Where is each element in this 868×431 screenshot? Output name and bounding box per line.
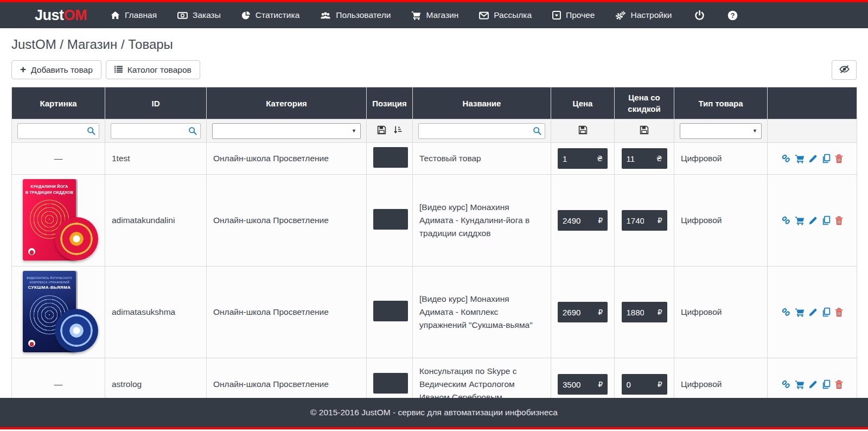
caret-square-down-icon: [552, 11, 561, 20]
trash-icon[interactable]: [835, 308, 843, 317]
nav-item-shop[interactable]: Магазин: [411, 10, 458, 20]
nav-item-mailing[interactable]: Рассылка: [479, 10, 532, 20]
logo-text-just: Just: [35, 7, 64, 23]
trash-icon[interactable]: [835, 216, 843, 225]
question-circle-icon[interactable]: ?: [727, 10, 738, 21]
nav-item-users[interactable]: Пользователи: [320, 10, 391, 20]
header-image: Картинка: [12, 87, 105, 119]
nav-item-label: Магазин: [426, 10, 458, 20]
position-input[interactable]: [373, 301, 408, 321]
pencil-icon[interactable]: [808, 380, 818, 389]
app-logo[interactable]: JustOM: [35, 7, 87, 24]
name-filter-input[interactable]: [418, 123, 545, 139]
nav-item-label: Рассылка: [494, 10, 532, 20]
money-icon: [177, 11, 188, 20]
plus-icon: +: [20, 64, 26, 74]
discount-price-input[interactable]: 1740₽: [622, 210, 667, 231]
discount-value: 1740: [627, 216, 644, 225]
id-filter-input[interactable]: [111, 123, 201, 139]
nav-item-home[interactable]: Главная: [111, 10, 157, 20]
pencil-icon[interactable]: [808, 154, 818, 163]
price-value: 2490: [563, 216, 589, 225]
cell-image: —: [12, 143, 105, 175]
add-product-label: Добавить товар: [31, 65, 93, 75]
price-input[interactable]: 1₴: [558, 148, 608, 169]
table-header-row: Картинка ID Категория Позиция Название Ц…: [12, 87, 857, 119]
discount-price-input[interactable]: 0₽: [622, 374, 667, 395]
cell-type: Цифровой: [674, 143, 768, 175]
copy-icon[interactable]: [821, 379, 831, 389]
link-icon[interactable]: [781, 379, 791, 389]
cell-name: [Видео курс] Монахиня Адимата - Кундалин…: [413, 175, 551, 267]
toggle-columns-button[interactable]: [832, 60, 857, 80]
add-product-button[interactable]: + Добавить товар: [11, 60, 101, 79]
eye-slash-icon: [839, 65, 850, 76]
trash-icon[interactable]: [835, 154, 843, 163]
cart-icon[interactable]: [795, 154, 805, 163]
discount-price-input[interactable]: 1880₽: [622, 302, 667, 322]
discount-value: 11: [627, 154, 644, 163]
catalog-label: Католог товаров: [127, 65, 192, 75]
nav-icon-buttons: ?: [694, 10, 738, 21]
power-icon[interactable]: [694, 10, 705, 21]
trash-icon[interactable]: [835, 380, 843, 389]
catalog-button[interactable]: Католог товаров: [106, 60, 200, 79]
save-icon[interactable]: [377, 125, 386, 137]
price-input[interactable]: 3500₽: [558, 374, 608, 395]
footer: © 2015-2016 JustOM - сервис для автомати…: [0, 398, 868, 431]
type-filter-select[interactable]: [680, 123, 762, 139]
copy-icon[interactable]: [821, 216, 831, 225]
currency-symbol: ₴: [656, 154, 662, 163]
position-input[interactable]: [373, 373, 408, 394]
cell-category: Онлайн-школа Просветление: [207, 143, 367, 175]
discount-price-input[interactable]: 11₴: [622, 148, 667, 169]
nav-item-stats[interactable]: Статистика: [241, 10, 299, 20]
header-name: Название: [413, 87, 551, 119]
link-icon[interactable]: [781, 307, 791, 317]
home-icon: [111, 11, 120, 20]
currency-symbol: ₽: [598, 380, 603, 389]
name-filter: [418, 123, 545, 139]
currency-symbol: ₽: [658, 308, 662, 316]
cell-id: astrolog: [105, 358, 207, 398]
logo-text-om: OM: [64, 7, 87, 23]
cart-icon[interactable]: [795, 380, 805, 389]
cell-image: —: [12, 358, 105, 398]
price-input[interactable]: 2690₽: [558, 302, 608, 322]
page: JustOM Главная Заказы Статистика Пользов…: [0, 0, 868, 431]
category-filter-select[interactable]: [212, 123, 361, 139]
copyright-text: © 2015-2016 JustOM - сервис для автомати…: [310, 408, 558, 417]
toolbar: + Добавить товар Католог товаров: [11, 60, 857, 80]
nav-item-label: Главная: [125, 10, 157, 20]
currency-symbol: ₽: [598, 308, 603, 316]
nav-item-label: Пользователи: [336, 10, 391, 20]
pie-chart-icon: [241, 11, 251, 20]
filter-row: [12, 119, 857, 143]
price-input[interactable]: 2490₽: [558, 210, 608, 231]
position-input[interactable]: [373, 147, 408, 168]
copy-icon[interactable]: [821, 307, 831, 317]
nav-item-orders[interactable]: Заказы: [177, 10, 221, 20]
nav-item-settings[interactable]: Настройки: [615, 10, 672, 20]
brand-mark: [28, 248, 35, 255]
pencil-icon[interactable]: [808, 216, 818, 225]
nav-item-other[interactable]: Прочее: [552, 10, 595, 20]
cell-name: [Видео курс] Монахиня Адимата - Комплекс…: [413, 267, 551, 358]
header-type: Тип товара: [674, 87, 768, 119]
cell-type: Цифровой: [674, 358, 768, 398]
cell-name: Консультация по Skype с Ведическим Астро…: [413, 358, 551, 398]
link-icon[interactable]: [781, 154, 791, 163]
currency-symbol: ₴: [597, 154, 603, 163]
copy-icon[interactable]: [821, 154, 831, 163]
sort-amount-icon[interactable]: [394, 125, 403, 136]
position-input[interactable]: [373, 209, 408, 230]
save-icon[interactable]: [578, 127, 588, 136]
cart-icon[interactable]: [795, 308, 805, 317]
link-icon[interactable]: [781, 216, 791, 225]
save-icon[interactable]: [640, 127, 649, 136]
cart-icon[interactable]: [795, 216, 805, 225]
image-filter: [17, 123, 99, 139]
pencil-icon[interactable]: [808, 308, 818, 317]
price-value: 2690: [563, 308, 589, 317]
header-discount: Цена со скидкой: [615, 87, 674, 119]
